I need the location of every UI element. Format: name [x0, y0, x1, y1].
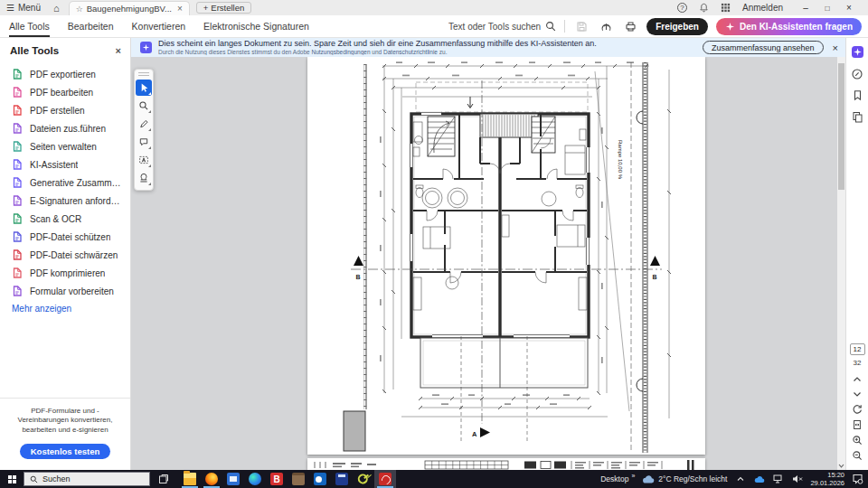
scrollbar-thumb[interactable] [838, 63, 844, 190]
onedrive-cloud-icon[interactable] [753, 473, 765, 485]
bookmarks-panel-button[interactable] [850, 88, 865, 103]
ai-summary-icon [140, 42, 152, 53]
previous-page-button[interactable] [851, 372, 864, 385]
ai-assistant-button[interactable]: Den KI-Assistenten fragen [716, 18, 862, 35]
taskbar-app-desk[interactable] [288, 470, 309, 488]
taskbar-app-acrobat[interactable] [374, 470, 396, 488]
comments-panel-button[interactable] [850, 66, 865, 81]
pencil-tool-button[interactable] [136, 116, 152, 132]
sidebar-item-request-esign[interactable]: E-Signaturen anfordern [0, 192, 130, 210]
scroll-down-arrow-icon[interactable] [837, 461, 845, 470]
zoom-in-button[interactable] [851, 434, 864, 446]
taskbar-app-edge[interactable] [244, 470, 266, 488]
view-summary-button[interactable]: Zusammenfassung ansehen [703, 41, 824, 54]
show-more-link[interactable]: Mehr anzeigen [0, 300, 130, 317]
sidebar-item-label: KI-Assistent [30, 160, 78, 170]
drag-handle[interactable] [138, 72, 149, 76]
taskbar-app-explorer[interactable] [179, 470, 201, 488]
disclaimer-suffix: zu. [439, 49, 448, 55]
print-icon[interactable] [622, 18, 638, 34]
search-tools[interactable]: Text oder Tools suchen [448, 21, 556, 32]
desktop-label: Desktop [600, 474, 628, 483]
taskbar-app-calc[interactable] [331, 470, 353, 488]
fit-page-button[interactable] [851, 418, 864, 431]
sidebar-item-protect-pdf[interactable]: PDF-Datei schützen [0, 228, 130, 246]
sign-in-link[interactable]: Anmelden [742, 3, 783, 13]
sidebar-item-organize-pages[interactable]: Seiten verwalten [0, 137, 130, 155]
comment-tool-button[interactable] [136, 134, 152, 150]
star-icon[interactable]: ☆ [76, 5, 83, 14]
pdf-page-floor-plan[interactable]: Rampe 10,00 % [307, 57, 705, 455]
start-button[interactable] [0, 470, 24, 488]
banner-message: Dies scheint ein langes Dokument zu sein… [158, 40, 597, 49]
home-button[interactable]: ⌂ [48, 3, 65, 14]
taskbar-app-bluedoc[interactable] [222, 470, 244, 488]
sidebar-item-pdf-edit[interactable]: PDF bearbeiten [0, 83, 130, 101]
next-page-button[interactable] [851, 388, 864, 400]
notifications-bell-icon[interactable] [699, 3, 709, 13]
help-icon[interactable]: ? [677, 3, 687, 13]
menu-button[interactable]: ☰ Menü [0, 3, 48, 13]
sidebar-item-scan-ocr[interactable]: Scan & OCR [0, 210, 130, 228]
document-tab[interactable]: ☆ BaugenehmigungBV... × [69, 1, 190, 15]
zoom-tool-button[interactable] [136, 98, 152, 114]
desktop-toolbar[interactable]: Desktop » [600, 474, 635, 483]
hamburger-icon: ☰ [6, 3, 14, 13]
terms-link[interactable]: Nutzungsbedingungen [311, 49, 370, 55]
volume-muted-icon[interactable] [791, 473, 803, 485]
select-text-tool-button[interactable] [136, 152, 152, 168]
task-view-button[interactable] [154, 470, 174, 488]
rotate-page-button[interactable] [851, 403, 864, 416]
current-page-input[interactable]: 12 [850, 343, 865, 355]
stamp-tool-button[interactable] [136, 170, 152, 186]
sidebar-item-generative-summary[interactable]: Generative Zusammenfassu... [0, 174, 130, 192]
pdf-page-next[interactable] [307, 458, 705, 470]
banner-close-icon[interactable]: × [833, 42, 838, 53]
prepare-form-icon [12, 286, 23, 296]
taskbar-app-outlook[interactable] [309, 470, 331, 488]
tab-close-icon[interactable]: × [177, 4, 183, 14]
create-tab-button[interactable]: + Erstellen [196, 2, 252, 14]
date-label: 29.01.2026 [810, 479, 844, 487]
share-button[interactable]: Freigeben [646, 18, 708, 35]
maximize-button[interactable]: □ [816, 4, 838, 13]
sidebar-close-icon[interactable]: × [116, 45, 121, 56]
sidebar-item-compress-pdf[interactable]: PDF komprimieren [0, 264, 130, 282]
sidebar-item-prepare-form[interactable]: Formular vorbereiten [0, 282, 130, 300]
select-tool-button[interactable] [136, 80, 152, 96]
sidebar-item-label: E-Signaturen anfordern [30, 196, 121, 206]
sidebar-item-pdf-create[interactable]: PDF erstellen [0, 101, 130, 119]
weather-widget[interactable]: 2°C Reg/Schn leicht [642, 474, 727, 484]
network-icon[interactable] [772, 473, 784, 485]
tab-bearbeiten[interactable]: Bearbeiten [59, 15, 123, 37]
document-scrollbar[interactable] [837, 57, 845, 470]
zoom-out-button[interactable] [851, 449, 864, 462]
sidebar-item-ai-assistant[interactable]: KI-Assistent [0, 155, 130, 174]
sidebar-title: Alle Tools [10, 45, 59, 56]
action-center-icon[interactable] [852, 473, 863, 485]
clock[interactable]: 15:20 29.01.2026 [810, 471, 844, 487]
save-icon[interactable] [573, 18, 590, 34]
page-thumbnails-panel-button[interactable] [850, 109, 865, 125]
privacy-link[interactable]: Datenschutzrichtlinie [383, 49, 438, 55]
window-close-button[interactable]: × [838, 3, 860, 13]
tray-expand-icon[interactable] [734, 473, 746, 485]
apps-grid-icon[interactable] [721, 3, 731, 13]
ai-assistant-panel-button[interactable] [850, 44, 865, 60]
tab-konvertieren[interactable]: Konvertieren [123, 15, 195, 37]
free-trial-button[interactable]: Kostenlos testen [20, 444, 110, 459]
sidebar-item-redact-pdf[interactable]: PDF-Datei schwärzen [0, 246, 130, 264]
upload-cloud-icon[interactable] [598, 18, 614, 34]
sidebar-item-combine-files[interactable]: Dateien zus.führen [0, 119, 130, 137]
time-label: 15:20 [810, 471, 844, 479]
taskbar-app-redb[interactable] [266, 470, 288, 488]
sidebar-item-pdf-export[interactable]: PDF exportieren [0, 65, 130, 83]
tab-e-signaturen[interactable]: Elektronische Signaturen [194, 15, 318, 37]
minimize-button[interactable]: – [795, 3, 816, 13]
taskbar-app-keys[interactable] [353, 470, 374, 488]
section-b-marker-left [354, 256, 363, 266]
tab-alle-tools[interactable]: Alle Tools [0, 15, 59, 37]
taskbar-search-box[interactable]: Suchen [24, 472, 150, 486]
taskbar-app-firefox[interactable] [201, 470, 222, 488]
combine-files-icon [12, 123, 23, 134]
